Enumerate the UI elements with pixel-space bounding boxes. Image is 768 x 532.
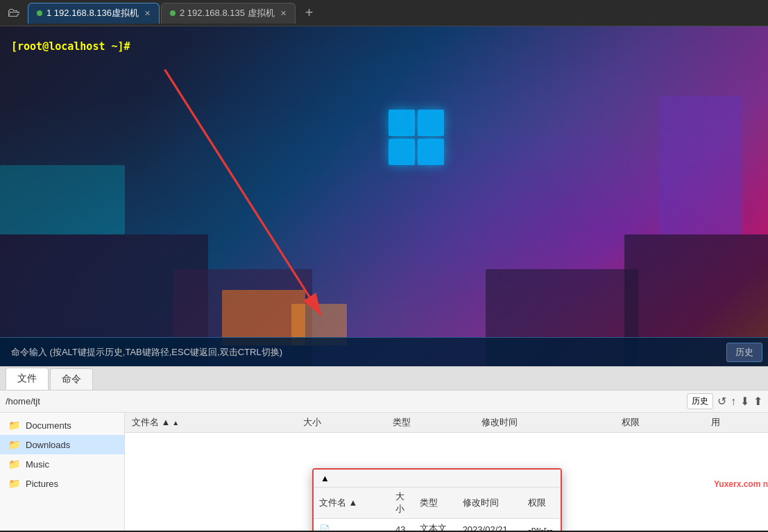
popup-col-modified[interactable]: 修改时间	[457, 488, 523, 519]
file-panel: 📁 Documents 📁 Downloads 📁 Music 📁 Pictur…	[0, 413, 768, 531]
tab-status-dot-1	[37, 10, 42, 16]
folder-icon-documents: 📁	[8, 420, 20, 431]
popup-cell-size: 43 B	[390, 519, 414, 531]
file-table-container: 文件名 ▲ 大小 类型 修改时间 权限 用 ▲	[125, 413, 768, 531]
terminal-area: [root@localhost ~]# 命令输入 (按ALT键提示历史,TAB键…	[0, 26, 768, 366]
popup-cell-filename: 📄 ansible_test.txt	[314, 519, 390, 531]
refresh-icon[interactable]: ↺	[717, 395, 726, 408]
win-pane-bl	[389, 139, 415, 165]
popup-col-perms[interactable]: 权限	[522, 488, 561, 519]
sidebar: 📁 Documents 📁 Downloads 📁 Music 📁 Pictur…	[0, 413, 125, 531]
col-perms[interactable]: 权限	[615, 413, 704, 433]
tab-label-1: 1 192.168.8.136虚拟机	[46, 7, 139, 19]
bottom-panel: 文件 命令 /home/tjt 历史 ↺ ↑ ⬇ ⬆ 📁 Documents 📁…	[0, 366, 768, 531]
sidebar-label-music: Music	[26, 459, 49, 470]
popup-file-list: ▲ 文件名 ▲ 大小 类型 修改时间 权限 📄 ansibl	[312, 468, 562, 531]
sidebar-item-pictures[interactable]: 📁 Pictures	[0, 474, 124, 493]
popup-cell-modified: 2023/02/21 20:04	[457, 519, 523, 531]
win-pane-tr	[418, 110, 444, 136]
upload-icon[interactable]: ⬆	[753, 395, 762, 408]
tab-close-1[interactable]: ✕	[144, 9, 151, 18]
popup-col-size[interactable]: 大小	[390, 488, 414, 519]
up-icon[interactable]: ↑	[731, 395, 736, 408]
col-modified[interactable]: 修改时间	[475, 413, 615, 433]
folder-icon-downloads: 📁	[8, 439, 20, 450]
popup-cell-type: 文本文档	[414, 519, 456, 531]
watermark: Yuxerx.com n	[714, 479, 768, 489]
tab-label-2: 2 192.168.8.135 虚拟机	[180, 7, 275, 19]
file-icon: 📄	[319, 524, 330, 531]
col-type[interactable]: 类型	[386, 413, 475, 433]
tab-status-dot-2	[170, 10, 176, 16]
popup-row[interactable]: 📄 ansible_test.txt 43 B 文本文档 2023/02/21 …	[314, 519, 561, 531]
terminal-background: [root@localhost ~]# 命令输入 (按ALT键提示历史,TAB键…	[0, 26, 768, 366]
tab-add-button[interactable]: +	[300, 3, 319, 23]
folder-icon-pictures: 📁	[8, 478, 20, 489]
sidebar-label-documents: Documents	[26, 420, 71, 431]
sidebar-item-downloads[interactable]: 📁 Downloads	[0, 435, 124, 454]
bottom-tab-bar: 文件 命令	[0, 367, 768, 391]
win-pane-br	[418, 139, 444, 165]
download-icon[interactable]: ⬇	[740, 395, 749, 408]
popup-table: 文件名 ▲ 大小 类型 修改时间 权限 📄 ansible_test.txt 4…	[314, 488, 561, 531]
windows-logo	[389, 110, 444, 165]
tab-bar: 🗁 1 192.168.8.136虚拟机 ✕ 2 192.168.8.135 虚…	[0, 0, 768, 26]
popup-sort-indicator: ▲	[321, 473, 330, 483]
folder-icon-music: 📁	[8, 458, 20, 470]
history-button[interactable]: 历史	[726, 343, 762, 362]
sidebar-item-documents[interactable]: 📁 Documents	[0, 415, 124, 435]
bg-overlay	[0, 26, 768, 366]
tab-1[interactable]: 1 192.168.8.136虚拟机 ✕	[28, 3, 160, 24]
terminal-prompt: [root@localhost ~]#	[11, 40, 130, 53]
sidebar-label-downloads: Downloads	[26, 440, 70, 450]
path-history-btn[interactable]: 历史	[687, 393, 713, 409]
command-input-bar: 命令输入 (按ALT键提示历史,TAB键路径,ESC键返回,双击CTRL切换) …	[0, 337, 768, 366]
sidebar-label-pictures: Pictures	[26, 479, 58, 489]
tab-files[interactable]: 文件	[6, 368, 49, 390]
sidebar-item-music[interactable]: 📁 Music	[0, 454, 124, 474]
col-user[interactable]: 用	[704, 413, 768, 433]
command-input-placeholder[interactable]: 命令输入 (按ALT键提示历史,TAB键路径,ESC键返回,双击CTRL切换)	[6, 346, 726, 359]
col-filename[interactable]: 文件名 ▲	[125, 413, 296, 433]
tab-close-2[interactable]: ✕	[280, 9, 287, 18]
popup-col-filename[interactable]: 文件名 ▲	[314, 488, 390, 519]
file-table: 文件名 ▲ 大小 类型 修改时间 权限 用	[125, 413, 768, 433]
path-actions: 历史 ↺ ↑ ⬇ ⬆	[687, 393, 762, 409]
col-size[interactable]: 大小	[296, 413, 386, 433]
popup-header: ▲	[314, 470, 561, 488]
popup-col-type[interactable]: 类型	[414, 488, 456, 519]
popup-cell-perms: -rw-r--r--	[522, 519, 561, 531]
folder-icon-btn[interactable]: 🗁	[3, 2, 25, 24]
tab-2[interactable]: 2 192.168.8.135 虚拟机 ✕	[161, 3, 296, 24]
win-pane-tl	[389, 110, 415, 136]
path-bar: /home/tjt 历史 ↺ ↑ ⬇ ⬆	[0, 391, 768, 413]
current-path: /home/tjt	[6, 396, 687, 406]
tab-commands[interactable]: 命令	[50, 368, 93, 390]
